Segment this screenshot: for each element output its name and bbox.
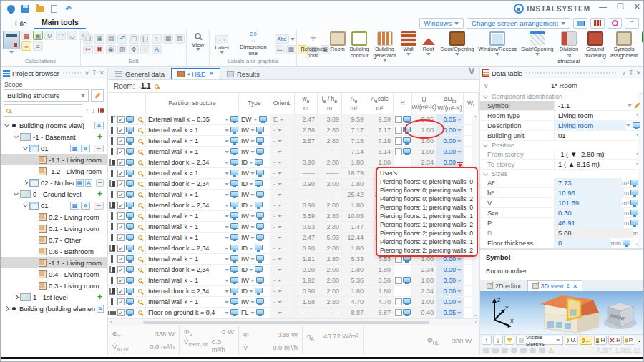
property-value[interactable]: 1 ( ▲ 8.16 m) <box>555 160 636 169</box>
dutb-select[interactable]: 0.00 <box>436 136 464 146</box>
palette-icon[interactable]: ▧ <box>117 45 127 54</box>
view-tool-icon[interactable] <box>483 348 489 353</box>
abc-button[interactable]: Abc <box>275 34 289 44</box>
close-view-icon[interactable]: ✕ <box>572 283 577 290</box>
orient-select[interactable]: - <box>270 243 295 253</box>
dutb-caret-icon[interactable] <box>457 312 462 314</box>
collapse-button[interactable]: – <box>94 145 104 152</box>
type-select[interactable]: IW <box>239 136 270 146</box>
monitor-icon[interactable] <box>126 127 134 132</box>
monitor-icon[interactable] <box>256 191 264 197</box>
monitor-icon[interactable] <box>126 223 134 229</box>
type-select[interactable]: IW <box>239 233 270 243</box>
navigation-cube[interactable]: FRONT <box>602 295 639 333</box>
row-checkbox[interactable]: ✓ <box>117 255 125 263</box>
partition-select[interactable]: Internal door k = 2,34 <box>146 286 239 296</box>
inspect-icon[interactable] <box>138 225 142 229</box>
orient-select[interactable]: - <box>270 275 295 285</box>
type-select[interactable]: IW <box>239 254 270 264</box>
monitor-icon[interactable] <box>403 137 411 143</box>
construction-extra-button[interactable] <box>640 31 643 44</box>
dutb-caret-icon[interactable] <box>457 290 462 293</box>
monitor-icon[interactable] <box>255 180 263 186</box>
edit-grid-icon[interactable]: ▨ <box>175 34 185 44</box>
monitor-icon[interactable] <box>630 220 638 225</box>
property-row[interactable]: V101.69m³ <box>480 198 643 208</box>
inspect-icon[interactable] <box>138 257 142 261</box>
type-select[interactable]: IW <box>239 168 270 178</box>
tab-file[interactable]: File <box>8 19 34 29</box>
type-select[interactable]: ID <box>239 157 270 167</box>
monitor-icon[interactable] <box>403 116 411 122</box>
inspect-icon[interactable] <box>138 268 142 272</box>
tree-item[interactable]: -1.2 - Living room <box>1 165 107 177</box>
dutb-caret-icon[interactable] <box>457 280 462 282</box>
partition-select[interactable]: Internal wall k = 1 <box>146 190 239 200</box>
inspect-icon[interactable] <box>138 235 142 240</box>
section-expander-icon[interactable] <box>482 94 489 100</box>
inspect-icon[interactable] <box>138 203 142 207</box>
orient-select[interactable]: - <box>270 222 295 232</box>
monitor-icon[interactable] <box>230 255 238 261</box>
visible-storeys-select[interactable]: Visible storeys <box>516 336 563 345</box>
dropdown-item[interactable]: Piercing floors: 1; piercing walls: 1 <box>377 212 477 220</box>
monitor-icon[interactable] <box>255 245 263 250</box>
search-input[interactable] <box>4 104 82 117</box>
tree-item[interactable]: 01▦A– <box>1 142 107 154</box>
orient-select[interactable]: - <box>270 254 295 264</box>
scroll-thumb[interactable] <box>143 321 430 324</box>
monitor-icon[interactable] <box>230 191 238 197</box>
dutb-select[interactable]: 0.05 <box>436 114 464 124</box>
panel-menu-icon[interactable]: ∨ <box>84 69 89 77</box>
type-select[interactable]: IW <box>239 297 270 307</box>
monitor-icon[interactable] <box>403 127 411 132</box>
panel-menu-icon[interactable]: ∨ <box>621 69 626 77</box>
property-row[interactable]: Floor thickness0mm⌄ <box>480 238 643 248</box>
partition-select[interactable]: Internal wall k = 1 <box>146 297 239 307</box>
zoom-tool-icon[interactable] <box>492 348 499 353</box>
scroll-left-icon[interactable]: ‹ <box>110 319 112 326</box>
monitor-icon[interactable] <box>126 298 134 304</box>
tree-item[interactable]: -1.1 - Living room <box>1 257 107 268</box>
tree-item[interactable]: -1 - Basemant+ <box>1 131 107 142</box>
monitor-icon[interactable] <box>230 159 238 165</box>
property-row[interactable]: From storey-1 ( ▼ -2.80 m) <box>480 150 643 160</box>
row-checkbox[interactable]: ✓ <box>117 298 125 305</box>
orient-select[interactable]: - <box>270 157 295 167</box>
partition-select[interactable]: Internal door k = 2,34 <box>146 179 239 189</box>
monitor-icon[interactable] <box>256 223 264 229</box>
monitor-icon[interactable] <box>126 288 134 293</box>
rotate-icon[interactable]: ◌ <box>140 45 150 54</box>
monitor-icon[interactable] <box>126 191 134 197</box>
table-row[interactable]: ✓Internal door k = 2,34ID-0.902.001.801.… <box>108 286 479 297</box>
property-value[interactable]: 5.08 <box>555 228 633 238</box>
layers-tool-icon[interactable] <box>530 348 536 353</box>
partition-select[interactable]: Internal wall k = 1 <box>146 275 239 285</box>
construction-button-reference-point[interactable]: Reference point <box>299 31 327 59</box>
monitor-icon[interactable] <box>255 288 263 293</box>
construction-button-window[interactable]: Window/Recess <box>477 31 518 57</box>
h-checkbox[interactable] <box>395 127 402 134</box>
dropdown-caret-icon[interactable] <box>626 124 630 127</box>
dutb-caret-icon[interactable] <box>457 258 462 260</box>
tab-main-tools[interactable]: Main tools <box>34 18 86 29</box>
close-icon[interactable]: ✕ <box>634 2 640 11</box>
add-icon[interactable]: + <box>96 190 104 198</box>
inspect-icon[interactable] <box>138 246 142 250</box>
edit-scope-button[interactable] <box>91 89 104 102</box>
tree-item[interactable]: Building (rooms view)A <box>1 119 107 131</box>
collapse-button[interactable]: – <box>94 202 104 210</box>
orbit-tool-icon[interactable] <box>511 348 517 353</box>
delete-icon[interactable]: ✖ <box>94 45 104 54</box>
toggle-bulb-icon[interactable]: P. <box>623 336 636 345</box>
row-checkbox[interactable]: ✓ <box>117 127 125 134</box>
table-row[interactable]: ✓External wall k = 0,35EWE2.473.899.599.… <box>108 114 479 125</box>
inspect-icon[interactable] <box>138 171 142 175</box>
h-checkbox[interactable] <box>395 148 402 155</box>
pan-tool-icon[interactable] <box>502 348 508 353</box>
monitor-icon[interactable] <box>126 202 134 207</box>
monitor-icon[interactable] <box>126 116 134 122</box>
row-checkbox[interactable]: ✓ <box>117 148 125 155</box>
property-value[interactable]: 7.73 <box>555 178 622 187</box>
construction-button-room[interactable]: Room <box>328 31 347 54</box>
